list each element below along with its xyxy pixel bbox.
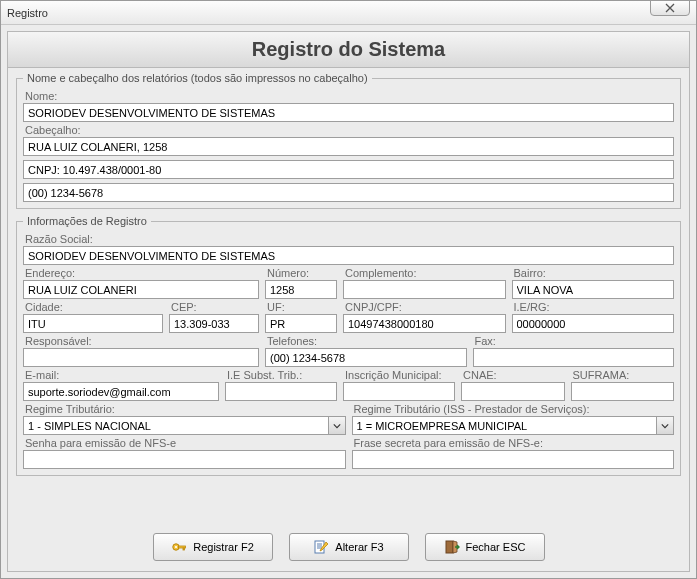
- cep-input[interactable]: [169, 314, 259, 333]
- svg-rect-8: [446, 541, 453, 553]
- regtribiss-select[interactable]: [352, 416, 675, 435]
- cnpj-input[interactable]: [343, 314, 506, 333]
- telefones-input[interactable]: [265, 348, 467, 367]
- group-registro: Informações de Registro Razão Social: En…: [16, 215, 681, 476]
- group-cabecalho: Nome e cabeçalho dos relatórios (todos s…: [16, 72, 681, 209]
- uf-label: UF:: [267, 301, 337, 313]
- regtrib-dropdown-button[interactable]: [328, 417, 345, 434]
- email-input[interactable]: [23, 382, 219, 401]
- cnae-label: CNAE:: [463, 369, 565, 381]
- numero-input[interactable]: [265, 280, 337, 299]
- door-exit-icon: [444, 539, 460, 555]
- suframa-label: SUFRAMA:: [573, 369, 675, 381]
- key-icon: [171, 539, 187, 555]
- regtribiss-dropdown-button[interactable]: [656, 417, 673, 434]
- numero-label: Número:: [267, 267, 337, 279]
- inscmun-label: Inscrição Municipal:: [345, 369, 455, 381]
- cabecalho-linha2-input[interactable]: [23, 160, 674, 179]
- window-registro: Registro Registro do Sistema Nome e cabe…: [0, 0, 697, 579]
- regtribiss-label: Regime Tributário (ISS - Prestador de Se…: [354, 403, 675, 415]
- cidade-label: Cidade:: [25, 301, 163, 313]
- frase-input[interactable]: [352, 450, 675, 469]
- inscmun-input[interactable]: [343, 382, 455, 401]
- email-label: E-mail:: [25, 369, 219, 381]
- regtrib-select[interactable]: [23, 416, 346, 435]
- nome-input[interactable]: [23, 103, 674, 122]
- page-header: Registro do Sistema: [8, 32, 689, 68]
- responsavel-label: Responsável:: [25, 335, 259, 347]
- cidade-input[interactable]: [23, 314, 163, 333]
- fechar-label: Fechar ESC: [466, 541, 526, 553]
- nome-label: Nome:: [25, 90, 674, 102]
- ie-input[interactable]: [512, 314, 675, 333]
- cnpj-label: CNPJ/CPF:: [345, 301, 506, 313]
- chevron-down-icon: [333, 422, 341, 430]
- responsavel-input[interactable]: [23, 348, 259, 367]
- button-bar: Registrar F2 Alterar F3 Fechar ESC: [8, 525, 689, 571]
- frase-label: Frase secreta para emissão de NFS-e:: [354, 437, 675, 449]
- razao-input[interactable]: [23, 246, 674, 265]
- endereco-label: Endereço:: [25, 267, 259, 279]
- uf-input[interactable]: [265, 314, 337, 333]
- cabecalho-label: Cabeçalho:: [25, 124, 674, 136]
- cabecalho-linha1-input[interactable]: [23, 137, 674, 156]
- window-title: Registro: [7, 7, 690, 19]
- alterar-label: Alterar F3: [335, 541, 383, 553]
- endereco-input[interactable]: [23, 280, 259, 299]
- razao-label: Razão Social:: [25, 233, 674, 245]
- senha-input[interactable]: [23, 450, 346, 469]
- content-area: Nome e cabeçalho dos relatórios (todos s…: [8, 68, 689, 525]
- outer-panel: Registro do Sistema Nome e cabeçalho dos…: [7, 31, 690, 572]
- suframa-input[interactable]: [571, 382, 675, 401]
- svg-point-1: [175, 546, 177, 548]
- page-title: Registro do Sistema: [8, 38, 689, 61]
- cnae-input[interactable]: [461, 382, 565, 401]
- chevron-down-icon: [661, 422, 669, 430]
- titlebar: Registro: [1, 1, 696, 25]
- window-close-button[interactable]: [650, 0, 690, 16]
- fechar-button[interactable]: Fechar ESC: [425, 533, 545, 561]
- complemento-label: Complemento:: [345, 267, 506, 279]
- fax-label: Fax:: [475, 335, 675, 347]
- alterar-button[interactable]: Alterar F3: [289, 533, 409, 561]
- telefones-label: Telefones:: [267, 335, 467, 347]
- registrar-label: Registrar F2: [193, 541, 254, 553]
- group-cabecalho-legend: Nome e cabeçalho dos relatórios (todos s…: [23, 72, 372, 84]
- group-registro-legend: Informações de Registro: [23, 215, 151, 227]
- registrar-button[interactable]: Registrar F2: [153, 533, 273, 561]
- edit-icon: [313, 539, 329, 555]
- ie-label: I.E/RG:: [514, 301, 675, 313]
- cep-label: CEP:: [171, 301, 259, 313]
- bairro-label: Bairro:: [514, 267, 675, 279]
- senha-label: Senha para emissão de NFS-e: [25, 437, 346, 449]
- iesubst-input[interactable]: [225, 382, 337, 401]
- iesubst-label: I.E Subst. Trib.:: [227, 369, 337, 381]
- bairro-input[interactable]: [512, 280, 675, 299]
- svg-rect-3: [183, 548, 185, 550]
- complemento-input[interactable]: [343, 280, 506, 299]
- fax-input[interactable]: [473, 348, 675, 367]
- cabecalho-linha3-input[interactable]: [23, 183, 674, 202]
- regtrib-label: Regime Tributário:: [25, 403, 346, 415]
- close-icon: [665, 3, 675, 13]
